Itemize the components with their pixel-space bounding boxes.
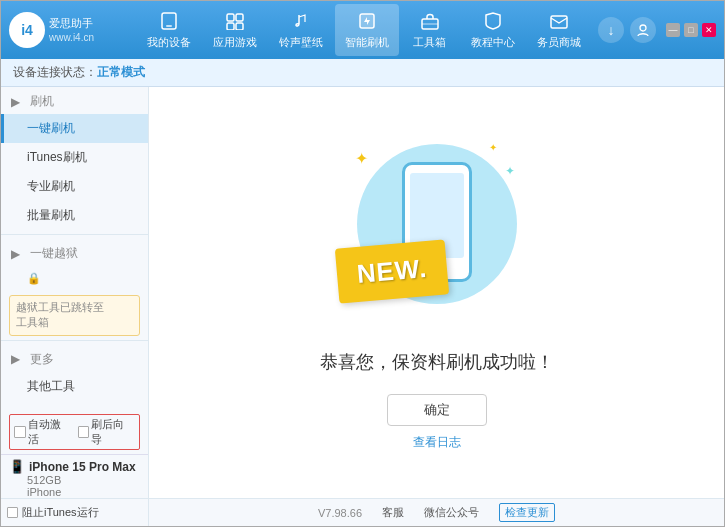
- svg-rect-9: [551, 16, 567, 28]
- minimize-btn[interactable]: —: [666, 23, 680, 37]
- toolbox-icon: [419, 10, 441, 32]
- auto-activate-checkbox-label[interactable]: 自动激活: [14, 417, 72, 447]
- tab-my-device[interactable]: 我的设备: [137, 4, 201, 56]
- itunes-checkbox[interactable]: [7, 507, 18, 518]
- guide-checkbox-label[interactable]: 刷后向导: [78, 417, 136, 447]
- flash-icon: [356, 10, 378, 32]
- version-label: V7.98.66: [318, 507, 362, 519]
- jailbreak-section-icon: ▶: [11, 247, 25, 261]
- sparkle-2: ✦: [505, 164, 515, 178]
- service-icon: [548, 10, 570, 32]
- sidebar-section-flash[interactable]: ▶ 刷机: [1, 87, 148, 114]
- sidebar-item-other-tools[interactable]: 其他工具: [1, 372, 148, 401]
- sparkle-1: ✦: [355, 149, 368, 168]
- user-btn[interactable]: [630, 17, 656, 43]
- tab-tutorial[interactable]: 教程中心: [461, 4, 525, 56]
- app-window: i4 爱思助手 www.i4.cn 我的设备: [0, 0, 725, 527]
- sidebar-item-pro-flash[interactable]: 专业刷机: [1, 172, 148, 201]
- device-info: 📱 iPhone 15 Pro Max 512GB iPhone: [1, 454, 148, 498]
- logo-text: 爱思助手 www.i4.cn: [49, 16, 94, 43]
- itunes-label: 阻止iTunes运行: [22, 505, 99, 520]
- logo-icon: i4: [9, 12, 45, 48]
- svg-rect-3: [236, 14, 243, 21]
- main-area: ▶ 刷机 一键刷机 iTunes刷机 专业刷机 批量刷机: [1, 87, 724, 498]
- sidebar-item-one-key-flash[interactable]: 一键刷机: [1, 114, 148, 143]
- svg-rect-2: [227, 14, 234, 21]
- customer-service-link[interactable]: 客服: [382, 505, 404, 520]
- tab-ringtone[interactable]: 铃声壁纸: [269, 4, 333, 56]
- status-bar: 设备连接状态： 正常模式: [1, 59, 724, 87]
- device-name: iPhone 15 Pro Max: [29, 460, 136, 474]
- svg-rect-5: [236, 23, 243, 30]
- device-icon: [158, 10, 180, 32]
- download-btn[interactable]: ↓: [598, 17, 624, 43]
- status-mode: 正常模式: [97, 64, 145, 81]
- tab-toolbox[interactable]: 工具箱: [401, 4, 459, 56]
- auto-activate-row: 自动激活 刷后向导: [9, 414, 140, 450]
- ringtone-icon: [290, 10, 312, 32]
- more-section-icon: ▶: [11, 352, 25, 366]
- header-right: ↓ — □ ✕: [598, 17, 716, 43]
- flash-section-icon: ▶: [11, 95, 25, 109]
- logo-area: i4 爱思助手 www.i4.cn: [9, 12, 129, 48]
- sidebar-notice: 越狱工具已跳转至 工具箱: [9, 295, 140, 336]
- device-type: iPhone: [9, 486, 140, 498]
- success-illustration: ✦ ✦ ✦ NEW.: [347, 134, 527, 334]
- bottom-left-section: 阻止iTunes运行: [1, 499, 149, 526]
- tab-smart-flash[interactable]: 智能刷机: [335, 4, 399, 56]
- sidebar-section-more[interactable]: ▶ 更多: [1, 345, 148, 372]
- bottom-bar: 阻止iTunes运行 V7.98.66 客服 微信公众号 检查更新: [1, 498, 724, 526]
- tab-app-game[interactable]: 应用游戏: [203, 4, 267, 56]
- maximize-btn[interactable]: □: [684, 23, 698, 37]
- sidebar: ▶ 刷机 一键刷机 iTunes刷机 专业刷机 批量刷机: [1, 87, 149, 498]
- svg-point-10: [640, 25, 646, 31]
- sidebar-item-jailbreak-disabled: 🔒: [1, 266, 148, 291]
- wechat-link[interactable]: 微信公众号: [424, 505, 479, 520]
- device-storage: 512GB: [9, 474, 140, 486]
- confirm-button[interactable]: 确定: [387, 394, 487, 426]
- logo-tagline: 爱思助手: [49, 16, 94, 30]
- view-log-link[interactable]: 查看日志: [413, 434, 461, 451]
- sidebar-scroll: ▶ 刷机 一键刷机 iTunes刷机 专业刷机 批量刷机: [1, 87, 148, 408]
- sidebar-divider-2: [1, 340, 148, 341]
- tab-service[interactable]: 务员商城: [527, 4, 591, 56]
- tutorial-icon: [482, 10, 504, 32]
- device-phone-icon: 📱: [9, 459, 25, 474]
- auto-activate-area: 自动激活 刷后向导: [1, 408, 148, 454]
- lock-icon: 🔒: [27, 272, 41, 285]
- svg-rect-1: [166, 25, 172, 27]
- sidebar-divider-1: [1, 234, 148, 235]
- guide-checkbox[interactable]: [78, 426, 90, 438]
- header: i4 爱思助手 www.i4.cn 我的设备: [1, 1, 724, 59]
- window-controls: — □ ✕: [666, 23, 716, 37]
- auto-activate-checkbox[interactable]: [14, 426, 26, 438]
- sidebar-section-jailbreak[interactable]: ▶ 一键越狱: [1, 239, 148, 266]
- sidebar-item-itunes-flash[interactable]: iTunes刷机: [1, 143, 148, 172]
- svg-rect-4: [227, 23, 234, 30]
- check-update-btn[interactable]: 检查更新: [499, 503, 555, 522]
- sparkle-3: ✦: [489, 142, 497, 153]
- close-btn[interactable]: ✕: [702, 23, 716, 37]
- success-message: 恭喜您，保资料刷机成功啦！: [320, 350, 554, 374]
- sidebar-item-batch-flash[interactable]: 批量刷机: [1, 201, 148, 230]
- bottom-center: V7.98.66 客服 微信公众号 检查更新: [149, 503, 724, 522]
- status-prefix: 设备连接状态：: [13, 64, 97, 81]
- app-icon: [224, 10, 246, 32]
- nav-tabs: 我的设备 应用游戏: [129, 4, 598, 56]
- sidebar-item-download-firmware[interactable]: 下载固件: [1, 401, 148, 408]
- content-area: ✦ ✦ ✦ NEW. 恭喜您，保资料刷机成功啦！ 确定 查看日志: [149, 87, 724, 498]
- device-row: 📱 iPhone 15 Pro Max: [9, 459, 140, 474]
- new-badge: NEW.: [334, 239, 448, 303]
